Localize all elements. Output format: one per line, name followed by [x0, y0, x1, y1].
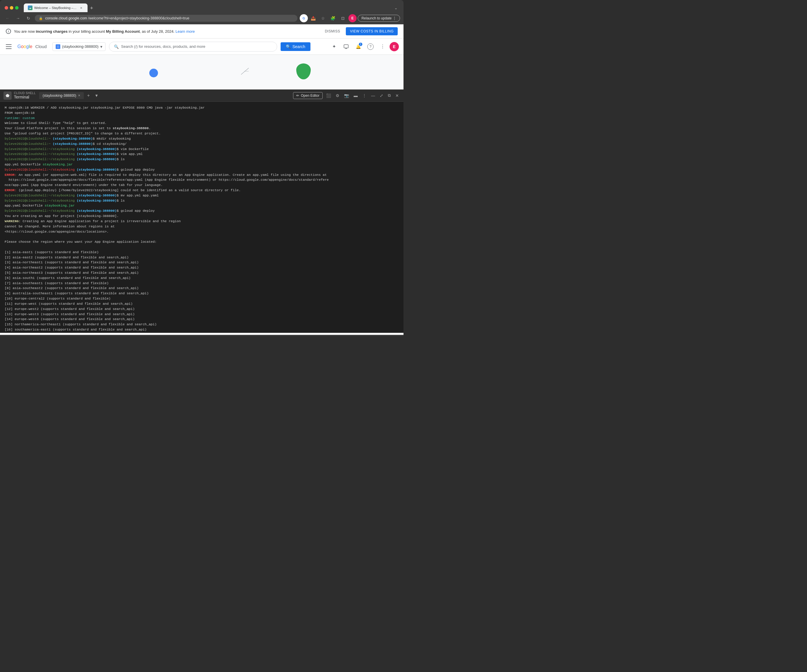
- terminal-line: Welcome to Cloud Shell! Type "help" to g…: [5, 121, 399, 126]
- extensions-icon[interactable]: 🧩: [329, 14, 337, 23]
- search-bar[interactable]: 🔍 Search (/) for resources, docs, produc…: [109, 42, 277, 51]
- page-hero-area: [0, 55, 404, 89]
- terminal-line: [4] asia-northeast2 (supports standard a…: [5, 265, 399, 270]
- profile-avatar[interactable]: E: [349, 14, 357, 22]
- forward-button[interactable]: →: [14, 14, 22, 22]
- share-icon[interactable]: 📤: [309, 14, 318, 23]
- learn-more-link[interactable]: Learn more: [176, 29, 195, 34]
- new-tab-button[interactable]: +: [88, 4, 96, 12]
- terminal-line: [11] europe-west (supports standard and …: [5, 301, 399, 306]
- user-avatar[interactable]: E: [390, 42, 399, 51]
- shell-tabs: (staybooking-388800) ✕ + ▾: [39, 92, 290, 99]
- terminal-line: byleve2022@cloudshell:~/staybooking (sta…: [5, 167, 399, 172]
- dismiss-button[interactable]: DISMISS: [322, 28, 343, 35]
- terminal-line: byleve2022@cloudshell:~/staybooking (sta…: [5, 193, 399, 198]
- camera-icon[interactable]: 📷: [343, 92, 350, 99]
- terminal-line: <https://cloud.google.com/appengine/docs…: [5, 229, 399, 234]
- more-shell-options-icon[interactable]: ⋮: [361, 92, 367, 99]
- chrome-menu-icon[interactable]: ⊡: [339, 14, 347, 23]
- tab-favicon: ☁: [28, 5, 32, 10]
- terminal-line: [15] northamerica-northeast1 (supports s…: [5, 322, 399, 327]
- close-button[interactable]: [5, 6, 8, 10]
- minimize-shell-icon[interactable]: —: [370, 92, 376, 99]
- project-chevron-icon: ▾: [100, 44, 102, 49]
- terminal-line: Please choose the region where you want …: [5, 239, 399, 245]
- terminal-line: byleve2022@cloudshell:~ (staybooking-388…: [5, 136, 399, 141]
- search-button[interactable]: 🔍 Search: [281, 42, 311, 51]
- help-icon: ?: [367, 43, 374, 50]
- cloud-shell-label: CLOUD SHELL: [14, 91, 36, 95]
- view-costs-button[interactable]: VIEW COSTS IN BILLING: [346, 27, 398, 35]
- cloud-shell-title: CLOUD SHELL Terminal: [3, 91, 36, 99]
- google-account-icon[interactable]: G: [300, 14, 308, 22]
- project-name: (staybooking-388800): [62, 44, 98, 49]
- open-editor-button[interactable]: ✏ Open Editor: [293, 92, 323, 99]
- traffic-lights: [5, 6, 18, 10]
- notification-text: You are now incurring charges in your bi…: [14, 29, 319, 34]
- terminal-line: WARNING: Creating an App Engine applicat…: [5, 219, 399, 224]
- tab-close-button[interactable]: ✕: [79, 5, 83, 10]
- terminal-line: app.yaml Dockerfile staybooking.jar: [5, 203, 399, 208]
- address-bar-row: ← → ↻ 🔒 console.cloud.google.com /welcom…: [0, 12, 404, 24]
- terminal-line: M openjdk:18 WORKDIR / ADD staybooking.j…: [5, 105, 399, 110]
- terminal-line: FROM openjdk:18: [5, 110, 399, 116]
- cloud-text: Cloud: [34, 44, 46, 49]
- shell-tab-close-icon[interactable]: ✕: [78, 94, 80, 97]
- settings-icon[interactable]: ⚙: [334, 92, 340, 99]
- terminal-line: [2] asia-east2 (supports standard and fl…: [5, 255, 399, 260]
- shell-add-tab-button[interactable]: +: [85, 92, 92, 99]
- project-selector[interactable]: (staybooking-388800) ▾: [53, 42, 106, 51]
- reload-button[interactable]: ↻: [24, 14, 32, 22]
- tabs-row: ☁ Welcome – StayBooking – Go... ✕ +: [24, 3, 390, 12]
- terminal-line: [1] asia-east1 (supports standard and fl…: [5, 250, 399, 255]
- resize-shell-icon[interactable]: ⤢: [379, 92, 384, 99]
- relaunch-button[interactable]: Relaunch to update ⋮: [358, 15, 400, 22]
- close-shell-icon[interactable]: ✕: [394, 92, 400, 99]
- title-bar: ☁ Welcome – StayBooking – Go... ✕ + ⌄: [0, 0, 404, 12]
- cloud-shell-labels: CLOUD SHELL Terminal: [14, 91, 36, 99]
- svg-rect-1: [344, 45, 349, 48]
- search-btn-label: Search: [292, 44, 305, 49]
- svg-rect-0: [56, 45, 60, 48]
- terminal-output[interactable]: M openjdk:18 WORKDIR / ADD staybooking.j…: [0, 102, 404, 333]
- open-new-window-icon[interactable]: ⧉: [387, 92, 392, 99]
- url-domain: console.cloud.google.com: [45, 16, 87, 20]
- terminal-line: app.yml Dockerfile staybooking.jar: [5, 162, 399, 167]
- url-path: /welcome?hl=en&project=staybooking-38880…: [88, 16, 189, 20]
- more-options-button[interactable]: ⋮: [377, 41, 388, 52]
- hamburger-line: [6, 46, 12, 47]
- tab-title: Welcome – StayBooking – Go...: [34, 6, 77, 10]
- active-tab[interactable]: ☁ Welcome – StayBooking – Go... ✕: [24, 3, 88, 12]
- terminal-line: ERROR: (gcloud.app.deploy) [/home/byleve…: [5, 188, 399, 193]
- terminal-line: [5, 245, 399, 250]
- address-bar[interactable]: 🔒 console.cloud.google.com /welcome?hl=e…: [35, 15, 297, 22]
- window-menu-button[interactable]: ⌄: [393, 4, 399, 11]
- hamburger-menu[interactable]: [5, 42, 14, 51]
- notifications-button[interactable]: 🔔 1: [353, 41, 364, 52]
- cloud-shell-header: CLOUD SHELL Terminal (staybooking-388800…: [0, 89, 404, 102]
- back-button[interactable]: ←: [3, 14, 12, 22]
- decorative-drop: [296, 63, 311, 79]
- terminal-line: byleve2022@cloudshell:~/staybooking (sta…: [5, 152, 399, 157]
- shell-header-actions: ✏ Open Editor ⬛ ⚙ 📷 ▬ ⋮ — ⤢ ⧉ ✕: [293, 92, 400, 99]
- google-cloud-logo[interactable]: Google Cloud: [17, 44, 46, 49]
- sparkle-icon[interactable]: ✦: [329, 41, 339, 52]
- logo-text: Google: [17, 44, 32, 49]
- bookmark-icon[interactable]: ☆: [319, 14, 327, 23]
- shell-tab-active[interactable]: (staybooking-388800) ✕: [39, 92, 84, 99]
- terminal-line: byleve2022@cloudshell:~/staybooking (sta…: [5, 208, 399, 214]
- split-icon[interactable]: ▬: [352, 92, 359, 99]
- terminal-line: [3] asia-northeast1 (supports standard a…: [5, 260, 399, 265]
- navbar-actions: ✦ 🔔 1 ? ⋮ E: [329, 41, 399, 52]
- terminal-line: byleve2022@cloudshell:~/staybooking (sta…: [5, 147, 399, 152]
- notification-banner: i You are now incurring charges in your …: [0, 24, 404, 38]
- terminal-icon[interactable]: [341, 41, 351, 52]
- shell-tabs-menu-icon[interactable]: ▾: [93, 92, 100, 99]
- terminal-line: [13] europe-west3 (supports standard and…: [5, 312, 399, 317]
- maximize-button[interactable]: [15, 6, 18, 10]
- display-icon[interactable]: ⬛: [325, 92, 332, 99]
- terminal-line: [8] asia-southeast2 (supports standard a…: [5, 286, 399, 291]
- terminal-line: [9] australia-southeast1 (supports stand…: [5, 291, 399, 296]
- help-button[interactable]: ?: [365, 41, 376, 52]
- minimize-button[interactable]: [10, 6, 13, 10]
